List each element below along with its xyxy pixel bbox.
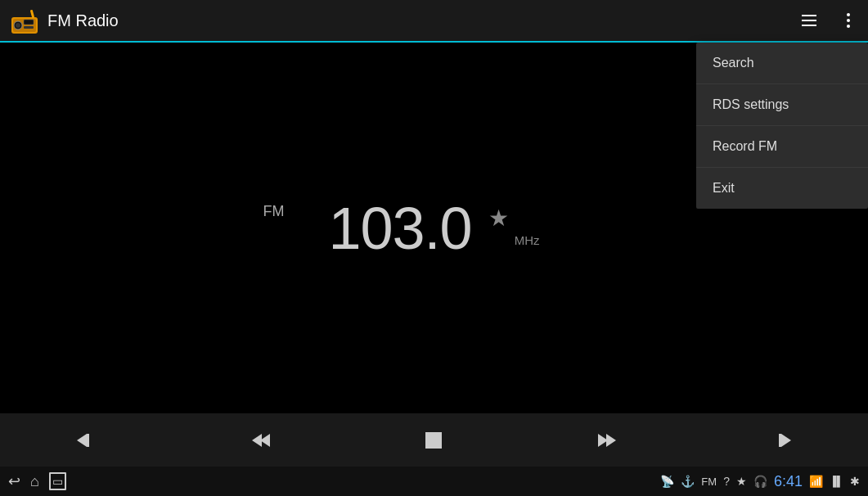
- fm-band-label: FM: [263, 203, 284, 220]
- skip-forward-icon: [768, 427, 794, 453]
- svg-point-11: [847, 19, 850, 22]
- svg-rect-7: [802, 15, 816, 16]
- svg-rect-21: [779, 434, 781, 447]
- svg-rect-5: [30, 10, 34, 18]
- status-bar: ↩ ⌂ ▭ 📡 ⚓ FM ? ★ 🎧 6:41 📶 ▐▌ ✱: [0, 467, 868, 496]
- signal-icon: ▐▌: [830, 476, 843, 487]
- svg-rect-9: [802, 25, 816, 26]
- svg-point-12: [847, 25, 850, 28]
- seek-forward-button[interactable]: [583, 416, 632, 465]
- frequency-row: FM 103.0 ★ MHz: [328, 195, 539, 262]
- help-icon: ?: [723, 475, 730, 488]
- menu-item-rds-settings[interactable]: RDS settings: [696, 84, 868, 126]
- svg-rect-17: [425, 432, 442, 449]
- menu-item-exit[interactable]: Exit: [696, 168, 868, 209]
- svg-marker-20: [781, 434, 791, 447]
- status-right: 📡 ⚓ FM ? ★ 🎧 6:41 📶 ▐▌ ✱: [660, 473, 860, 490]
- app-title: FM Radio: [47, 11, 789, 30]
- mhz-label: MHz: [515, 233, 540, 247]
- cast-icon: 📡: [660, 475, 674, 488]
- more-icon: [839, 11, 858, 30]
- stop-icon: [422, 429, 445, 452]
- seek-back-button[interactable]: [236, 416, 285, 465]
- favorite-star-icon[interactable]: ★: [488, 207, 509, 230]
- svg-rect-8: [802, 20, 816, 21]
- control-bar: [0, 413, 868, 467]
- skip-back-icon: [74, 427, 100, 453]
- home-icon[interactable]: ⌂: [30, 473, 39, 490]
- recents-icon[interactable]: ▭: [49, 472, 66, 490]
- menu-item-record-fm[interactable]: Record FM: [696, 126, 868, 168]
- app-icon: [10, 6, 39, 35]
- fast-forward-icon: [595, 427, 621, 453]
- svg-rect-6: [24, 26, 34, 29]
- status-left: ↩ ⌂ ▭: [8, 472, 660, 490]
- more-options-button[interactable]: [829, 1, 868, 40]
- svg-point-10: [847, 13, 850, 16]
- svg-marker-19: [606, 434, 616, 447]
- svg-marker-13: [77, 434, 87, 447]
- dropdown-menu: Search RDS settings Record FM Exit: [696, 43, 868, 209]
- list-view-button[interactable]: [789, 1, 829, 40]
- status-star-icon: ★: [736, 475, 747, 488]
- headphone-icon: 🎧: [753, 475, 767, 488]
- frequency-display: FM 103.0 ★ MHz: [328, 195, 539, 262]
- prev-station-button[interactable]: [62, 416, 111, 465]
- back-arrow-icon[interactable]: ↩: [8, 472, 20, 490]
- stop-button[interactable]: [409, 416, 458, 465]
- top-bar: FM Radio: [0, 0, 868, 43]
- list-icon: [799, 11, 819, 30]
- fm-status-label: FM: [701, 476, 717, 488]
- next-station-button[interactable]: [757, 416, 806, 465]
- svg-point-3: [16, 23, 20, 28]
- svg-rect-4: [24, 20, 34, 25]
- frequency-number: 103.0: [328, 195, 471, 262]
- wifi-icon: 📶: [809, 475, 823, 488]
- usb-icon: ⚓: [681, 475, 695, 488]
- bluetooth-icon: ✱: [850, 475, 860, 488]
- svg-rect-14: [87, 434, 89, 447]
- menu-item-search[interactable]: Search: [696, 43, 868, 84]
- clock: 6:41: [774, 473, 803, 490]
- rewind-icon: [247, 427, 273, 453]
